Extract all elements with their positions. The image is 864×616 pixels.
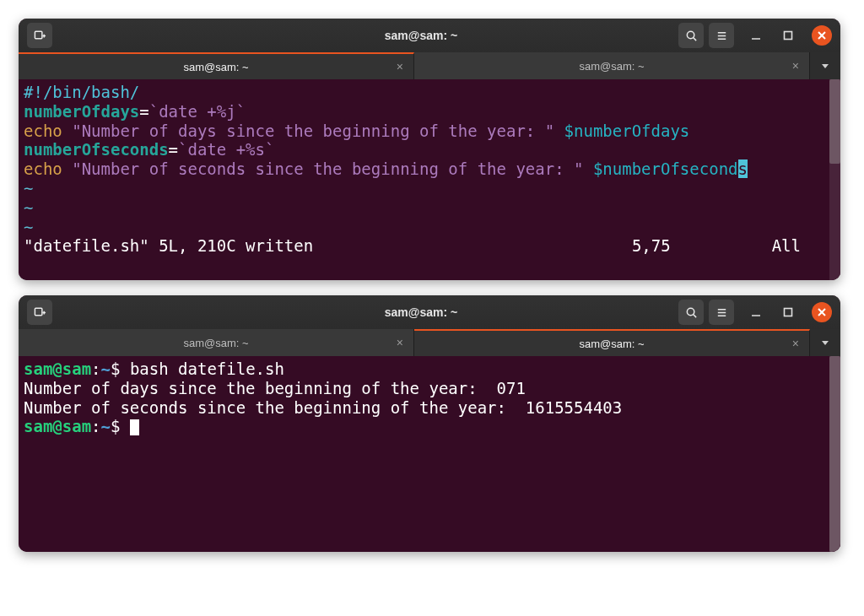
svg-line-4: [693, 37, 695, 40]
vim-status-pos: 5,75: [313, 236, 772, 256]
code-keyword: echo: [24, 122, 72, 140]
close-button[interactable]: [812, 25, 832, 46]
code-eq: =: [169, 140, 178, 159]
maximize-button[interactable]: [778, 302, 798, 322]
code-varref: $numberOfdays: [564, 122, 690, 140]
tab-label: sam@sam: ~: [579, 338, 644, 350]
window-title: sam@sam: ~: [187, 305, 655, 319]
prompt-user: sam@sam: [24, 359, 91, 378]
tab-label: sam@sam: ~: [579, 60, 644, 73]
tab-label: sam@sam: ~: [183, 61, 248, 73]
code-eq: =: [139, 102, 148, 121]
titlebar[interactable]: sam@sam: ~: [19, 295, 840, 329]
titlebar[interactable]: sam@sam: ~: [19, 19, 840, 52]
svg-rect-9: [785, 32, 792, 40]
tab-bar: sam@sam: ~ × sam@sam: ~ ×: [19, 329, 840, 356]
code-varref: $numberOfsecond: [593, 159, 738, 178]
terminal-content[interactable]: sam@sam:~$ bash datefile.sh Number of da…: [19, 356, 840, 552]
close-tab-icon[interactable]: ×: [792, 59, 799, 73]
terminal-tab-1[interactable]: sam@sam: ~ ×: [19, 329, 414, 356]
close-tab-icon[interactable]: ×: [792, 337, 799, 350]
minimize-button[interactable]: [746, 25, 766, 46]
svg-point-16: [687, 308, 694, 315]
vim-status-line: "datefile.sh" 5L, 210C written 5,75 All: [24, 236, 826, 256]
shell-output: Number of days since the beginning of th…: [24, 379, 526, 397]
terminal-window-editor: sam@sam: ~: [19, 19, 840, 280]
prompt-colon: :: [91, 417, 100, 435]
code-var: numberOfdays: [24, 102, 139, 121]
code-string: "Number of seconds since the beginning o…: [72, 159, 593, 178]
tab-bar: sam@sam: ~ × sam@sam: ~ ×: [19, 52, 840, 79]
close-tab-icon[interactable]: ×: [397, 336, 403, 349]
svg-rect-22: [785, 309, 792, 316]
prompt-colon: :: [91, 359, 100, 378]
vim-status-file: "datefile.sh" 5L, 210C written: [24, 236, 313, 256]
close-button[interactable]: [812, 302, 832, 322]
prompt-dollar: $: [111, 417, 130, 435]
search-button[interactable]: [678, 300, 704, 325]
svg-point-3: [687, 31, 694, 38]
menu-button[interactable]: [709, 23, 734, 48]
code-cmd: `date +%j`: [149, 102, 246, 121]
vim-tilde: ~: [24, 179, 33, 197]
search-button[interactable]: [678, 23, 704, 48]
tab-dropdown-button[interactable]: [810, 52, 840, 79]
prompt-path: ~: [101, 417, 111, 435]
svg-rect-0: [35, 31, 41, 38]
code-shebang: #!/bin/bash/: [24, 83, 139, 101]
vim-tilde: ~: [24, 218, 33, 236]
scrollbar-thumb[interactable]: [829, 356, 840, 552]
svg-marker-25: [822, 341, 829, 345]
code-cmd: `date +%s`: [178, 140, 274, 159]
maximize-button[interactable]: [778, 25, 798, 46]
close-tab-icon[interactable]: ×: [397, 60, 403, 73]
svg-line-17: [693, 314, 695, 316]
svg-marker-12: [822, 64, 829, 68]
terminal-tab-2[interactable]: sam@sam: ~ ×: [414, 52, 810, 79]
prompt-dollar: $: [111, 359, 130, 378]
shell-cursor: [130, 419, 139, 435]
vim-tilde: ~: [24, 198, 33, 217]
new-tab-button[interactable]: [27, 300, 52, 325]
vim-status-scroll: All: [772, 236, 823, 256]
tab-label: sam@sam: ~: [183, 337, 248, 349]
window-title: sam@sam: ~: [187, 29, 655, 42]
prompt-user: sam@sam: [24, 417, 91, 435]
code-keyword: echo: [24, 159, 72, 178]
tab-dropdown-button[interactable]: [810, 329, 840, 356]
code-string: "Number of days since the beginning of t…: [72, 122, 564, 140]
code-var: numberOfseconds: [24, 140, 169, 159]
terminal-content[interactable]: #!/bin/bash/ numberOfdays=`date +%j` ech…: [19, 79, 840, 280]
scrollbar-thumb[interactable]: [829, 79, 840, 164]
new-tab-button[interactable]: [27, 23, 52, 48]
menu-button[interactable]: [709, 300, 734, 325]
svg-rect-13: [35, 308, 41, 315]
prompt-path: ~: [101, 359, 111, 378]
terminal-window-shell: sam@sam: ~ sam@s: [19, 295, 840, 552]
terminal-tab-2[interactable]: sam@sam: ~ ×: [414, 329, 810, 356]
shell-command: bash datefile.sh: [130, 359, 284, 378]
shell-output: Number of seconds since the beginning of…: [24, 398, 622, 417]
minimize-button[interactable]: [746, 302, 766, 322]
terminal-tab-1[interactable]: sam@sam: ~ ×: [19, 52, 414, 79]
vim-cursor: s: [738, 159, 748, 178]
